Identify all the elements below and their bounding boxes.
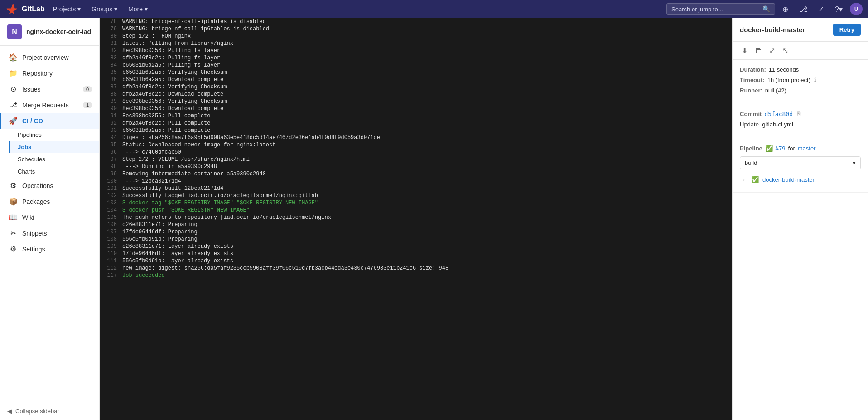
log-line-number: 80 (100, 33, 122, 40)
nav-projects[interactable]: Projects ▾ (48, 4, 86, 14)
copy-commit-icon[interactable]: ⎘ (797, 111, 800, 117)
log-line: 10717fde96446df: Preparing (100, 228, 732, 236)
runner-row: Runner: null (#2) (740, 87, 861, 94)
nav-groups[interactable]: Groups ▾ (87, 4, 122, 14)
log-line-number: 117 (100, 272, 122, 279)
pipeline-branch-link[interactable]: master (798, 145, 816, 152)
sidebar-item-label: Snippets (22, 230, 47, 237)
sidebar-item-packages[interactable]: 📦 Packages (0, 193, 99, 209)
log-line: 103$ docker tag "$OKE_REGISTRY_IMAGE" "$… (100, 199, 732, 207)
log-line-content: 17fde96446df: Preparing (122, 228, 732, 236)
log-line-content: c26e88311e71: Layer already exists (122, 243, 732, 250)
sidebar-item-operations[interactable]: ⚙ Operations (0, 178, 99, 193)
commit-section: Commit d5fac80d ⎘ Update .gitlab-ci.yml (733, 104, 868, 138)
sidebar-item-wiki[interactable]: 📖 Wiki (0, 209, 99, 225)
commit-message: Update .gitlab-ci.yml (740, 121, 793, 128)
job-log[interactable]: 78WARNING: bridge-nf-call-iptables is di… (100, 18, 732, 420)
log-line-content: b65031b6a2a5: Download complete (122, 76, 732, 83)
nav-help-icon[interactable]: ?▾ (831, 3, 846, 15)
log-line-content: 556c5fb0d91b: Layer already exists (122, 257, 732, 265)
log-line-content: 8ec398bc0356: Verifying Checksum (122, 98, 732, 105)
log-line-number: 81 (100, 40, 122, 47)
sidebar-item-label: Packages (22, 198, 50, 205)
issues-icon: ⊙ (9, 85, 18, 93)
packages-icon: 📦 (9, 197, 18, 206)
collapse-sidebar-btn[interactable]: ◀ Collapse sidebar (0, 402, 99, 420)
erase-log-button[interactable]: 🗑 (753, 46, 764, 56)
sidebar-item-label: Merge Requests (22, 101, 69, 109)
pipeline-row: Pipeline ✅ #79 for master (740, 145, 861, 152)
sidebar-item-merge-requests[interactable]: ⎇ Merge Requests 1 (0, 97, 99, 113)
commit-hash-link[interactable]: d5fac80d (764, 111, 793, 117)
pipeline-status-icon: ✅ (765, 145, 773, 152)
merge-icon: ⎇ (9, 101, 18, 109)
collapse-log-button[interactable]: ⤡ (781, 45, 790, 56)
collapse-label: Collapse sidebar (15, 408, 59, 415)
log-line-number: 94 (100, 134, 122, 141)
duration-value: 11 seconds (769, 66, 799, 73)
sidebar-item-settings[interactable]: ⚙ Settings (0, 241, 99, 257)
stage-label: build (745, 159, 757, 166)
log-line-content: b65031b6a2a5: Pulling fs layer (122, 62, 732, 69)
sidebar-item-charts[interactable]: Charts (9, 165, 99, 178)
log-line: 111556c5fb0d91b: Layer already exists (100, 257, 732, 265)
log-line-number: 95 (100, 141, 122, 149)
log-line-number: 91 (100, 112, 122, 120)
log-line: 106c26e88311e71: Preparing (100, 221, 732, 228)
sidebar-item-cicd[interactable]: 🚀 CI / CD (0, 113, 99, 129)
sidebar-item-repository[interactable]: 📁 Repository (0, 65, 99, 81)
pipeline-number-link[interactable]: #79 (776, 145, 786, 152)
expand-log-button[interactable]: ⤢ (767, 45, 777, 56)
retry-button[interactable]: Retry (833, 24, 861, 36)
commit-message-row: Update .gitlab-ci.yml (740, 121, 861, 128)
search-bar[interactable]: Search or jump to... 🔍 (666, 3, 775, 15)
log-line: 101Successfully built 12bea02171d4 (100, 185, 732, 192)
timeout-row: Timeout: 1h (from project) ℹ (740, 77, 861, 83)
stage-dropdown[interactable]: build ▾ (740, 156, 861, 169)
sidebar-project-name: nginx-docker-ocir-iad (26, 28, 91, 35)
log-line-content: dfb2a46f8c2c: Verifying Checksum (122, 83, 732, 91)
download-log-button[interactable]: ⬇ (740, 45, 749, 56)
log-line-content: latest: Pulling from library/nginx (122, 40, 732, 47)
sidebar-item-jobs[interactable]: Jobs (9, 141, 99, 153)
sidebar-item-pipelines[interactable]: Pipelines (9, 129, 99, 141)
gitlab-logo-icon (5, 3, 18, 15)
nav-merge-icon[interactable]: ⎇ (796, 3, 811, 15)
log-line-number: 97 (100, 156, 122, 163)
sidebar-item-issues[interactable]: ⊙ Issues 0 (0, 81, 99, 97)
log-line: 87dfb2a46f8c2c: Verifying Checksum (100, 83, 732, 91)
issues-badge: 0 (83, 86, 92, 92)
duration-label: Duration: (740, 66, 766, 73)
nav-issues-icon[interactable]: ✓ (815, 3, 828, 15)
sidebar-item-label: Repository (22, 70, 53, 77)
job-name-link[interactable]: docker-build-master (762, 176, 815, 183)
sidebar-item-snippets[interactable]: ✂ Snippets (0, 225, 99, 241)
log-line-number: 78 (100, 18, 122, 25)
nav-more[interactable]: More ▾ (124, 4, 152, 14)
log-line-content: 8ec398bc0356: Pulling fs layer (122, 47, 732, 54)
pipeline-section: Pipeline ✅ #79 for master build ▾ → ✅ do… (733, 138, 868, 193)
log-line: 99Removing intermediate container a5a939… (100, 170, 732, 178)
log-line-content: WARNING: bridge-nf-call-ip6tables is dis… (122, 25, 732, 33)
nav-activity-icon[interactable]: ⊕ (779, 3, 792, 15)
log-line-content: 8ec398bc0356: Pull complete (122, 112, 732, 120)
timeout-value: 1h (from project) (767, 77, 810, 83)
log-line-content: 556c5fb0d91b: Preparing (122, 236, 732, 243)
log-line-content: The push refers to repository [iad.ocir.… (122, 214, 732, 221)
log-line-number: 86 (100, 76, 122, 83)
timeout-info-icon[interactable]: ℹ (814, 77, 816, 83)
nav-main-items: Projects ▾ Groups ▾ More ▾ (48, 4, 152, 14)
log-line: 102Successfully tagged iad.ocir.io/oracl… (100, 192, 732, 199)
sidebar-item-project-overview[interactable]: 🏠 Project overview (0, 49, 99, 65)
log-line-content: 8ec398bc0356: Download complete (122, 105, 732, 112)
nav-logo[interactable]: GitLab (5, 3, 45, 15)
log-line: 96 ---> c7460dfcab50 (100, 149, 732, 156)
log-line-content: new_image: digest: sha256:da5faf9235ccb5… (122, 265, 732, 272)
operations-icon: ⚙ (9, 181, 18, 190)
log-line-number: 84 (100, 62, 122, 69)
user-avatar[interactable]: U (850, 3, 863, 15)
sidebar-item-schedules[interactable]: Schedules (9, 153, 99, 165)
right-panel-header: docker-build-master Retry (733, 18, 868, 42)
log-line-content: WARNING: bridge-nf-call-iptables is disa… (122, 18, 732, 25)
log-line-number: 111 (100, 257, 122, 265)
